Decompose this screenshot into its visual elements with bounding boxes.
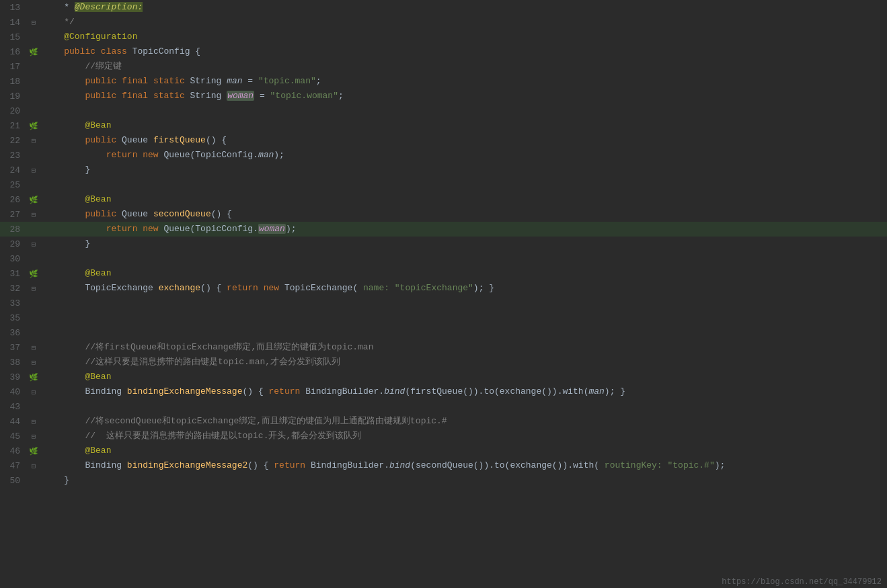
line-num-24: 24	[0, 165, 27, 175]
fold-bean-icon-16[interactable]: 🌿	[29, 48, 38, 56]
bean-icon-39: 🌿	[29, 373, 38, 382]
line-num-50: 50	[0, 476, 27, 486]
line-content-16: public class TopicConfig {	[40, 44, 887, 59]
line-content-24: }	[40, 163, 887, 177]
gutter-46: 🌿	[27, 447, 40, 456]
gutter-39: 🌿	[27, 373, 40, 382]
gutter-27: ⊟	[27, 210, 40, 219]
code-line-44: 44 ⊟ //将secondQueue和topicExchange绑定,而且绑定…	[0, 414, 887, 429]
url-bar: https://blog.csdn.net/qq_34479912	[716, 576, 887, 588]
fold-icon-44[interactable]: ⊟	[32, 417, 36, 426]
gutter-21: 🌿	[27, 122, 40, 130]
line-num-29: 29	[0, 239, 27, 249]
fold-icon-40[interactable]: ⊟	[32, 388, 36, 396]
line-content-33	[40, 296, 887, 310]
code-line-36: 36	[0, 325, 887, 340]
code-line-43: 43	[0, 399, 887, 414]
gutter-45: ⊟	[27, 432, 40, 441]
fold-icon-22[interactable]: ⊟	[32, 136, 36, 145]
line-content-30	[40, 251, 887, 266]
bean-icon-26: 🌿	[29, 196, 38, 204]
line-content-14: */	[40, 15, 887, 30]
line-num-37: 37	[0, 343, 27, 353]
line-content-36	[40, 325, 887, 340]
code-line-45: 45 ⊟ // 这样只要是消息携带的路由键是以topic.开头,都会分发到该队列	[0, 429, 887, 444]
code-line-35: 35	[0, 310, 887, 325]
line-num-23: 23	[0, 151, 27, 161]
line-num-18: 18	[0, 77, 27, 87]
code-line-16: 16 🌿 public class TopicConfig {	[0, 44, 887, 59]
line-content-31: @Bean	[40, 266, 887, 281]
line-content-40: Binding bindingExchangeMessage() { retur…	[40, 384, 887, 399]
line-content-47: Binding bindingExchangeMessage2() { retu…	[40, 458, 887, 473]
line-num-43: 43	[0, 402, 27, 412]
code-line-13: 13 * @Description:	[0, 0, 887, 15]
gutter-47: ⊟	[27, 462, 40, 470]
url-text: https://blog.csdn.net/qq_34479912	[722, 577, 882, 587]
line-num-15: 15	[0, 32, 27, 42]
line-content-17: //绑定键	[40, 59, 887, 74]
line-num-31: 31	[0, 269, 27, 279]
line-content-37: //将firstQueue和topicExchange绑定,而且绑定的键值为to…	[40, 340, 887, 355]
line-num-19: 19	[0, 91, 27, 101]
line-num-28: 28	[0, 224, 27, 235]
gutter-22: ⊟	[27, 136, 40, 145]
line-content-13: * @Description:	[40, 0, 887, 15]
gutter-26: 🌿	[27, 196, 40, 204]
code-line-39: 39 🌿 @Bean	[0, 370, 887, 384]
bean-icon-46: 🌿	[29, 447, 38, 456]
line-num-25: 25	[0, 180, 27, 190]
line-num-38: 38	[0, 358, 27, 368]
code-line-22: 22 ⊟ public Queue firstQueue() {	[0, 133, 887, 148]
line-num-46: 46	[0, 446, 27, 456]
code-line-15: 15 @Configuration	[0, 30, 887, 44]
line-num-17: 17	[0, 62, 27, 72]
line-content-19: public final static String woman = "topi…	[40, 89, 887, 103]
line-num-14: 14	[0, 17, 27, 28]
gutter-16: 🌿	[27, 48, 40, 56]
gutter-14: ⊟	[27, 18, 40, 27]
gutter-29: ⊟	[27, 240, 40, 249]
line-content-23: return new Queue(TopicConfig.man);	[40, 148, 887, 163]
line-content-22: public Queue firstQueue() {	[40, 133, 887, 148]
code-line-26: 26 🌿 @Bean	[0, 192, 887, 207]
code-line-31: 31 🌿 @Bean	[0, 266, 887, 281]
line-content-27: public Queue secondQueue() {	[40, 207, 887, 222]
fold-icon-37[interactable]: ⊟	[32, 343, 36, 352]
code-line-27: 27 ⊟ public Queue secondQueue() {	[0, 207, 887, 222]
code-line-47: 47 ⊟ Binding bindingExchangeMessage2() {…	[0, 458, 887, 473]
line-content-46: @Bean	[40, 444, 887, 458]
line-content-39: @Bean	[40, 370, 887, 384]
line-content-43	[40, 399, 887, 414]
code-line-17: 17 //绑定键	[0, 59, 887, 74]
gutter-38: ⊟	[27, 358, 40, 367]
gutter-32: ⊟	[27, 284, 40, 293]
fold-icon-27[interactable]: ⊟	[32, 210, 36, 219]
code-line-20: 20	[0, 103, 887, 118]
fold-icon-45[interactable]: ⊟	[32, 432, 36, 441]
fold-icon-14[interactable]: ⊟	[32, 18, 36, 27]
code-line-46: 46 🌿 @Bean	[0, 444, 887, 458]
gutter-24: ⊟	[27, 166, 40, 175]
line-num-26: 26	[0, 195, 27, 205]
line-num-44: 44	[0, 417, 27, 427]
fold-icon-47[interactable]: ⊟	[32, 462, 36, 470]
fold-icon-32[interactable]: ⊟	[32, 284, 36, 293]
line-num-21: 21	[0, 121, 27, 131]
line-num-32: 32	[0, 284, 27, 294]
bean-icon-31: 🌿	[29, 269, 38, 278]
code-line-28: 28 return new Queue(TopicConfig.woman);	[0, 222, 887, 237]
gutter-44: ⊟	[27, 417, 40, 426]
code-line-37: 37 ⊟ //将firstQueue和topicExchange绑定,而且绑定的…	[0, 340, 887, 355]
line-content-38: //这样只要是消息携带的路由键是topic.man,才会分发到该队列	[40, 355, 887, 370]
fold-icon-24[interactable]: ⊟	[32, 166, 36, 175]
line-content-26: @Bean	[40, 192, 887, 207]
line-content-44: //将secondQueue和topicExchange绑定,而且绑定的键值为用…	[40, 414, 887, 429]
code-line-32: 32 ⊟ TopicExchange exchange() { return n…	[0, 281, 887, 296]
code-line-38: 38 ⊟ //这样只要是消息携带的路由键是topic.man,才会分发到该队列	[0, 355, 887, 370]
gutter-31: 🌿	[27, 269, 40, 278]
fold-icon-38[interactable]: ⊟	[32, 358, 36, 367]
line-content-25	[40, 177, 887, 192]
fold-icon-29[interactable]: ⊟	[32, 240, 36, 249]
code-line-21: 21 🌿 @Bean	[0, 118, 887, 133]
